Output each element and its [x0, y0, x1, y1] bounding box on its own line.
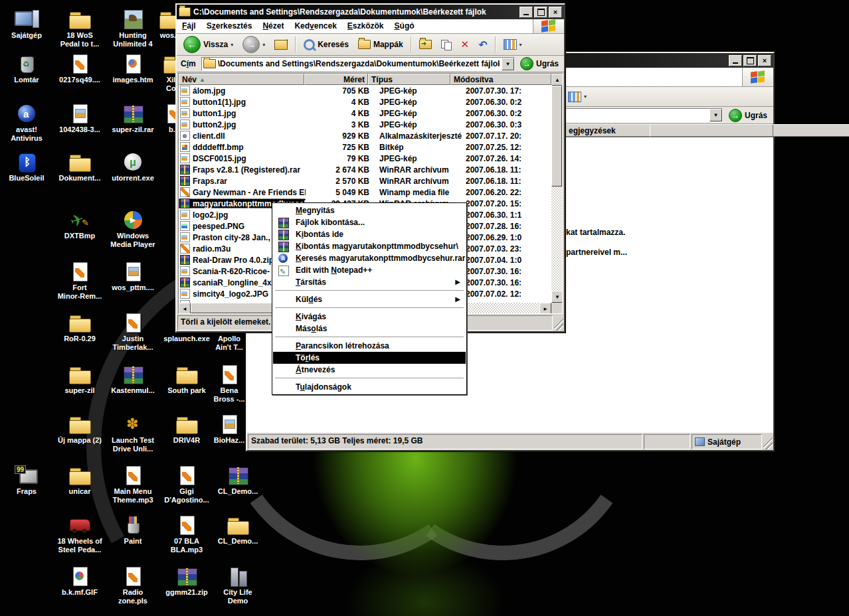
address-input[interactable]: \Documents and Settings\Rendszergazda\Do…: [201, 57, 515, 71]
resize-grip[interactable]: [763, 434, 773, 449]
context-menu-item-parancsikon-l-trehoz-sa[interactable]: Parancsikon létrehozása: [273, 340, 466, 352]
context-menu-item-t-rs-t-s[interactable]: Társítás▶: [273, 276, 466, 288]
menu-szerkeszt-s[interactable]: Szerkesztés: [201, 19, 258, 33]
scroll-up-icon[interactable]: ▲: [551, 74, 563, 86]
column-header-n-v[interactable]: Név▲: [179, 74, 304, 85]
desktop-icon-cl-demo[interactable]: CL_Demo...: [212, 514, 264, 546]
back-button[interactable]: ← Vissza ▾: [179, 34, 237, 55]
maximize-button[interactable]: [534, 7, 547, 18]
address-dropdown[interactable]: ▼: [502, 58, 514, 70]
desktop-icon-18-wos[interactable]: 18 WoS Pedal to t...: [54, 9, 106, 48]
context-menu-item-kibont-s-magyarutakonpttmmodbycsehur[interactable]: Kibontás magyarutakonpttmmodbycsehur\: [273, 240, 466, 252]
desktop-icon-j-mappa-2[interactable]: Új mappa (2): [54, 414, 106, 445]
desktop-icon-0217sq49[interactable]: 0217sq49....: [54, 53, 106, 84]
desktop-icon-kastenmul[interactable]: Kastenmul...: [107, 364, 159, 395]
desktop-icon-dokument[interactable]: Dokument...: [54, 151, 106, 183]
scroll-right-icon[interactable]: ►: [539, 303, 551, 314]
vertical-scrollbar[interactable]: ▲ ▼: [551, 74, 562, 303]
menu-s-g[interactable]: Súgó: [389, 19, 420, 33]
desktop-icon-ror-0-29[interactable]: RoR-0.29: [54, 312, 106, 343]
desktop-icon-bluesoleil[interactable]: BlueSoleil: [1, 151, 52, 183]
go-button[interactable]: → Ugrás: [726, 109, 771, 122]
delete-button[interactable]: ✕: [457, 37, 474, 52]
context-menu-item-f-jlok-kibont-sa[interactable]: Fájlok kibontása...: [273, 216, 466, 228]
column-header-m-ret[interactable]: Méret: [304, 74, 368, 85]
resize-grip[interactable]: [554, 315, 563, 331]
desktop-icon-gigi[interactable]: Gigi D'Agostino...: [161, 465, 213, 504]
address-dropdown[interactable]: ▼: [709, 109, 722, 121]
title-bar[interactable]: C:\Documents and Settings\Rendszergazda\…: [177, 5, 564, 19]
context-menu-item-kibont-s-ide[interactable]: Kibontás ide: [273, 228, 466, 240]
table-row[interactable]: Gary Newman - Are Friends El...5 049 KBW…: [179, 187, 551, 198]
minimize-button[interactable]: [519, 7, 533, 18]
forward-button[interactable]: → ▾: [238, 34, 269, 55]
desktop-icon-radio[interactable]: Radio zone.pls: [107, 566, 159, 605]
views-button[interactable]: ▾: [564, 90, 591, 104]
desktop-icon-07-bla[interactable]: 07 BLA BLA.mp3: [161, 514, 213, 554]
menu-f-jl[interactable]: Fájl: [177, 19, 201, 33]
desktop-icon-lomt-r[interactable]: Lomtár: [1, 53, 52, 84]
table-row[interactable]: client.dll929 KBAlkalmazáskiterjesztés20…: [179, 130, 551, 141]
desktop-icon-cl-demo[interactable]: CL_Demo...: [212, 465, 264, 496]
back-dropdown-icon[interactable]: ▾: [231, 42, 233, 48]
desktop-icon-18-wheels-of[interactable]: 18 Wheels of Steel Peda...: [54, 514, 106, 554]
table-row[interactable]: button2.jpg3 KBJPEG-kép2007.06.30. 0:3: [179, 119, 551, 130]
menu-kedvencek[interactable]: Kedvencek: [289, 19, 341, 33]
views-button[interactable]: ▾: [500, 37, 526, 52]
table-row[interactable]: button1(1).jpg4 KBJPEG-kép2007.06.30. 0:…: [179, 96, 551, 108]
minimize-button[interactable]: [729, 55, 742, 66]
context-menu-item-m-sol-s[interactable]: Másolás: [273, 323, 466, 335]
desktop-icon-wos-pttm[interactable]: wos_pttm....: [107, 261, 159, 292]
desktop-icon-ggmm21-zip[interactable]: ggmm21.zip: [161, 566, 213, 597]
up-button[interactable]: [270, 38, 292, 52]
context-menu-item-k-ld-s[interactable]: Küldés▶: [273, 293, 466, 305]
desktop-icon-launch-test[interactable]: Launch Test Drive Unli...: [107, 414, 159, 453]
move-to-button[interactable]: [415, 38, 436, 51]
context-menu-item-tnevez-s[interactable]: Átnevezés: [273, 364, 466, 376]
context-menu-item-kiv-g-s[interactable]: Kivágás: [273, 311, 466, 323]
column-header-m-dos-tva[interactable]: Módosítva: [450, 74, 551, 85]
undo-button[interactable]: ↶: [474, 37, 491, 53]
desktop-icon-avast[interactable]: avast! Antivirus: [1, 103, 52, 143]
desktop-icon-windows[interactable]: Windows Media Player: [107, 209, 159, 249]
desktop-icon-fort[interactable]: Fort Minor-Rem...: [54, 261, 106, 301]
column-header-t-pus[interactable]: Típus: [368, 74, 450, 85]
desktop-icon-main-menu[interactable]: Main Menu Theme.mp3: [107, 465, 159, 504]
table-row[interactable]: button1.jpg4 KBJPEG-kép2007.06.30. 0:2: [179, 108, 551, 119]
table-row[interactable]: álom.jpg705 KBJPEG-kép2007.07.30. 17:: [179, 85, 551, 96]
table-row[interactable]: ddddefff.bmp725 KBBitkép2007.07.25. 12:: [179, 141, 551, 153]
context-menu-item-t-rl-s[interactable]: Törlés: [273, 352, 466, 364]
desktop-icon-paint[interactable]: Paint: [107, 514, 159, 546]
desktop-icon-city-life[interactable]: City Life Demo: [212, 566, 264, 605]
desktop-icon-fraps[interactable]: Fraps: [1, 465, 52, 496]
maximize-button[interactable]: [743, 55, 757, 66]
folders-button[interactable]: Mappák: [354, 38, 407, 51]
scroll-left-icon[interactable]: ◄: [179, 303, 191, 314]
column-header-empty[interactable]: [650, 124, 773, 137]
search-button[interactable]: Keresés: [300, 37, 353, 52]
desktop-icon-dxtbmp[interactable]: DXTBmp: [54, 209, 106, 240]
context-menu-item-megnyit-s[interactable]: Megnyitás: [273, 204, 466, 216]
context-menu-item-tulajdons-gok[interactable]: Tulajdonságok: [273, 381, 466, 393]
copy-to-button[interactable]: [437, 38, 456, 51]
desktop-icon-super-zil[interactable]: super-zil: [54, 364, 106, 395]
menu-n-zet[interactable]: Nézet: [257, 19, 289, 33]
desktop-icon-1042438-3[interactable]: 1042438-3...: [54, 103, 106, 134]
desktop-icon-saj-tg-p[interactable]: Sajátgép: [1, 9, 52, 40]
desktop-icon-utorrent-exe[interactable]: utorrent.exe: [107, 151, 159, 183]
scroll-down-icon[interactable]: ▼: [551, 291, 563, 303]
views-dropdown-icon[interactable]: ▾: [519, 42, 522, 48]
desktop-icon-b-k-mf-gif[interactable]: b.k.mf.GIF: [54, 566, 106, 597]
table-row[interactable]: DSCF0015.jpg79 KBJPEG-kép2007.07.26. 14:: [179, 153, 551, 164]
close-button[interactable]: ×: [758, 55, 771, 66]
context-menu-item-keres-s-magyarutakonpttmmodbycsehur-rar[interactable]: Keresés magyarutakonpttmmodbycsehur.rar: [273, 252, 466, 264]
scroll-thumb[interactable]: [551, 86, 562, 187]
forward-dropdown-icon[interactable]: ▾: [262, 42, 265, 48]
close-button[interactable]: ×: [549, 7, 562, 18]
table-row[interactable]: Fraps v2.8.1 (Registered).rar2 674 KBWin…: [179, 164, 551, 175]
context-menu-item-edit-with-notepad[interactable]: Edit with Notepad++: [273, 264, 466, 276]
desktop-icon-justin[interactable]: Justin Timberlak...: [107, 312, 159, 352]
go-button[interactable]: → Ugrás: [518, 57, 563, 70]
menu-eszk-z-k[interactable]: Eszközök: [342, 19, 389, 33]
table-row[interactable]: Fraps.rar2 570 KBWinRAR archívum2007.06.…: [179, 175, 551, 187]
